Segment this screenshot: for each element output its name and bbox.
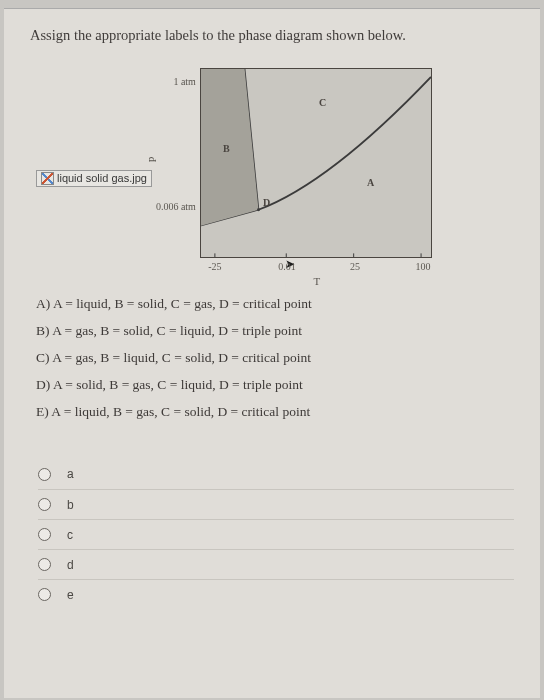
region-label-A: A bbox=[367, 177, 374, 188]
region-label-C: C bbox=[319, 97, 326, 108]
radio-circle-icon bbox=[38, 558, 51, 571]
radio-circle-icon bbox=[38, 588, 51, 601]
answer-text-list: A) A = liquid, B = solid, C = gas, D = c… bbox=[36, 290, 514, 425]
svg-point-2 bbox=[257, 208, 260, 211]
option-C-text: C) A = gas, B = liquid, C = solid, D = c… bbox=[36, 344, 514, 371]
x-axis-label: T bbox=[201, 275, 433, 287]
xtick-2: 25 bbox=[350, 261, 360, 272]
radio-label: e bbox=[67, 588, 74, 602]
radio-label: d bbox=[67, 558, 74, 572]
radio-label: c bbox=[67, 528, 73, 542]
broken-image-filename: liquid solid gas.jpg bbox=[57, 172, 147, 184]
option-B-text: B) A = gas, B = solid, C = liquid, D = t… bbox=[36, 317, 514, 344]
radio-label: b bbox=[67, 498, 74, 512]
ytick-top: 1 atm bbox=[173, 76, 196, 87]
radio-circle-icon bbox=[38, 498, 51, 511]
radio-option-e[interactable]: e bbox=[38, 579, 514, 609]
option-E-text: E) A = liquid, B = gas, C = solid, D = c… bbox=[36, 398, 514, 425]
radio-circle-icon bbox=[38, 528, 51, 541]
xtick-1: 0.01 bbox=[278, 261, 296, 272]
radio-option-d[interactable]: d bbox=[38, 549, 514, 579]
ytick-bottom: 0.006 atm bbox=[156, 201, 196, 212]
phase-diagram-plot: B C A D ➤ -25 0.01 25 100 T bbox=[200, 68, 432, 258]
broken-image-icon bbox=[41, 172, 54, 185]
y-axis-label: P bbox=[147, 157, 158, 163]
broken-image-placeholder: liquid solid gas.jpg bbox=[36, 170, 152, 187]
option-A-text: A) A = liquid, B = solid, C = gas, D = c… bbox=[36, 290, 514, 317]
option-D-text: D) A = solid, B = gas, C = liquid, D = t… bbox=[36, 371, 514, 398]
xtick-3: 100 bbox=[415, 261, 430, 272]
radio-circle-icon bbox=[38, 468, 51, 481]
radio-label: a bbox=[67, 467, 74, 481]
xtick-0: -25 bbox=[208, 261, 221, 272]
question-prompt: Assign the appropriate labels to the pha… bbox=[30, 27, 514, 44]
region-label-B: B bbox=[223, 143, 230, 154]
diagram-row: liquid solid gas.jpg 1 atm P 0.006 atm bbox=[36, 68, 514, 258]
radio-group: a b c d e bbox=[38, 459, 514, 609]
radio-option-c[interactable]: c bbox=[38, 519, 514, 549]
question-card: Assign the appropriate labels to the pha… bbox=[4, 8, 540, 698]
radio-option-b[interactable]: b bbox=[38, 489, 514, 519]
radio-option-a[interactable]: a bbox=[38, 459, 514, 489]
region-label-D: D bbox=[263, 197, 270, 208]
y-axis-ticks: 1 atm P 0.006 atm bbox=[156, 68, 200, 258]
phase-diagram-svg bbox=[201, 69, 431, 257]
